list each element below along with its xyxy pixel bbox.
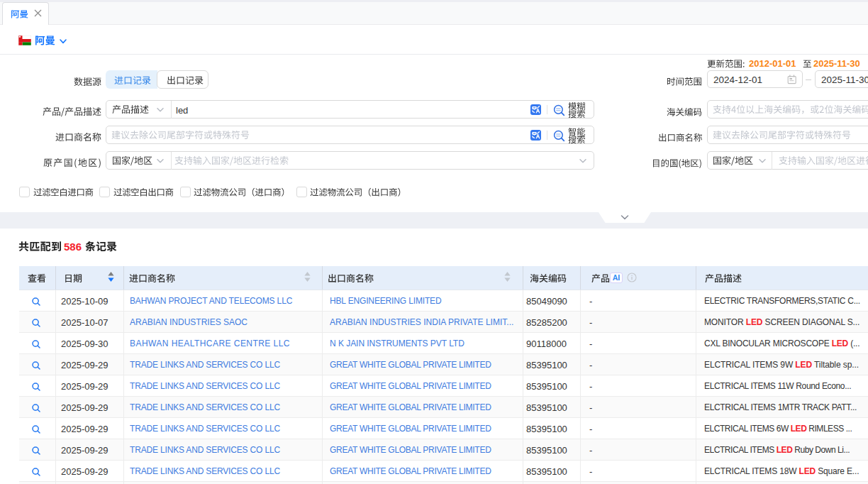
svg-text:AI: AI — [613, 273, 621, 282]
